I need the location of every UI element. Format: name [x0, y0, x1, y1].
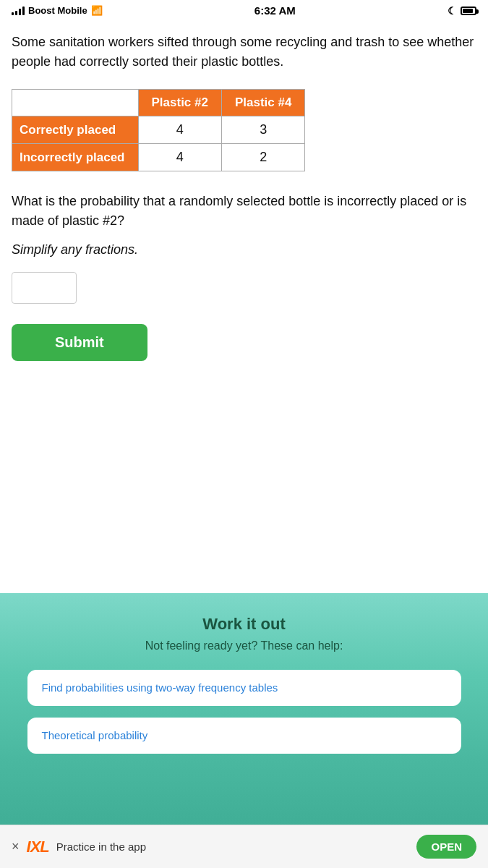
help-card-2[interactable]: Theoretical probability — [27, 718, 461, 754]
answer-input[interactable] — [12, 272, 77, 304]
help-card-1-text: Find probabilities using two-way frequen… — [42, 681, 278, 694]
wifi-icon: 📶 — [91, 5, 103, 16]
open-button[interactable]: OPEN — [416, 835, 476, 859]
help-card-2-text: Theoretical probability — [42, 729, 148, 741]
table-row: Correctly placed 4 3 — [12, 116, 305, 144]
signal-bars-icon — [12, 7, 25, 15]
ixl-left: × IXL Practice in the app — [12, 838, 146, 856]
simplify-text: Simplify any fractions. — [12, 242, 476, 258]
row-label-incorrectly: Incorrectly placed — [12, 144, 139, 171]
cell-incorrectly-plastic4: 2 — [221, 144, 304, 171]
not-feeling-text: Not feeling ready yet? These can help: — [145, 639, 343, 652]
work-it-out-title: Work it out — [202, 615, 285, 634]
cell-correctly-plastic4: 3 — [221, 116, 304, 144]
table-header-plastic4: Plastic #4 — [221, 90, 304, 116]
bottom-bar: × IXL Practice in the app OPEN — [0, 825, 488, 868]
ixl-logo: IXL — [27, 838, 49, 856]
battery-icon — [461, 7, 476, 15]
close-button[interactable]: × — [12, 839, 20, 854]
table-header-plastic2: Plastic #2 — [138, 90, 221, 116]
cell-correctly-plastic2: 4 — [138, 116, 221, 144]
status-right: ☾ — [448, 5, 476, 17]
main-content: Some sanitation workers sifted through s… — [0, 21, 488, 390]
row-label-correctly: Correctly placed — [12, 116, 139, 144]
status-bar: Boost Mobile 📶 6:32 AM ☾ — [0, 0, 488, 21]
carrier-label: Boost Mobile — [28, 5, 87, 16]
data-table: Plastic #2 Plastic #4 Correctly placed 4… — [12, 89, 305, 171]
intro-text: Some sanitation workers sifted through s… — [12, 33, 476, 72]
practice-text: Practice in the app — [56, 841, 146, 853]
time-display: 6:32 AM — [254, 4, 296, 17]
status-left: Boost Mobile 📶 — [12, 5, 103, 16]
submit-button[interactable]: Submit — [12, 324, 147, 361]
table-corner-cell — [12, 90, 139, 116]
help-card-1[interactable]: Find probabilities using two-way frequen… — [27, 670, 461, 706]
question2-text: What is the probability that a randomly … — [12, 192, 476, 231]
table-row: Incorrectly placed 4 2 — [12, 144, 305, 171]
cell-incorrectly-plastic2: 4 — [138, 144, 221, 171]
moon-icon: ☾ — [448, 5, 457, 17]
